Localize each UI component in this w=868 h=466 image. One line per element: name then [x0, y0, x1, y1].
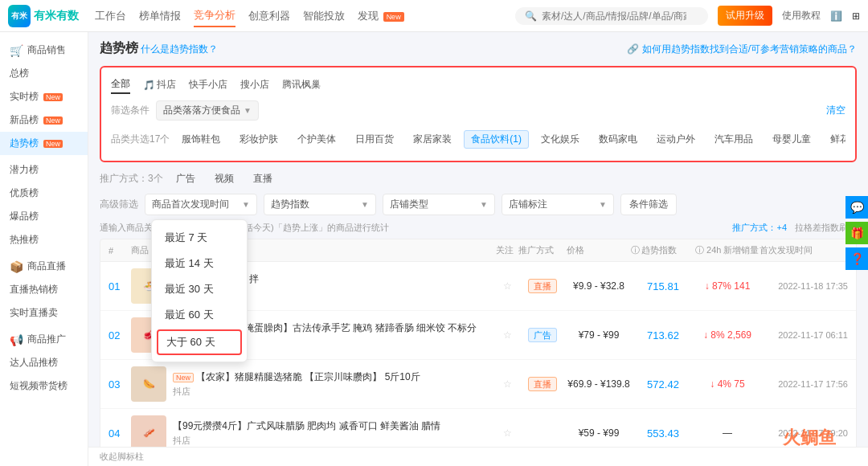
top-hint[interactable]: 🔗 如何用趋势指数找到合适/可参考营销策略的商品？	[627, 43, 857, 56]
grid-icon[interactable]: ⊞	[852, 10, 860, 22]
sidebar-item-hotpush[interactable]: 热推榜	[0, 228, 88, 251]
adv-trend-select[interactable]: 趋势指数 ▼	[264, 194, 376, 215]
float-btn-1[interactable]: 💬	[845, 196, 868, 219]
bookmark-01[interactable]: ☆	[496, 280, 518, 292]
promo-row: 推广方式：3个 广告 视频 直播	[100, 170, 857, 187]
sidebar-label-general: 总榜	[10, 67, 29, 80]
product-img-04: 🥓	[131, 415, 166, 451]
cat-baby[interactable]: 母婴儿童	[765, 130, 818, 149]
shop-type-value: 店铺类型	[390, 198, 428, 211]
upgrade-button[interactable]: 试用升级	[718, 6, 772, 26]
adv-shop-type[interactable]: 店铺类型 ▼	[383, 194, 495, 215]
filter-clear-btn[interactable]: 清空	[826, 104, 845, 117]
top-right-area: 🔍 试用升级 使用教程 ℹ️ ⊞	[515, 6, 860, 26]
trend-01: 715.81	[631, 280, 695, 292]
header-promo: 推广方式	[518, 244, 567, 256]
cat-shoes[interactable]: 服饰鞋包	[174, 130, 227, 149]
sidebar-item-realbroadcast[interactable]: 实时直播卖	[0, 301, 88, 325]
header-growth: ⓘ 24h 新增销量	[695, 244, 760, 256]
platform-tab-kuaishou[interactable]: 快手小店	[189, 76, 227, 93]
cat-culture[interactable]: 文化娱乐	[534, 130, 587, 149]
dropdown-item-30[interactable]: 最近 30 天	[152, 276, 247, 302]
sidebar-label-products: 商品销售	[27, 43, 66, 57]
promo-ad[interactable]: 广告	[170, 170, 202, 187]
tutorial-button[interactable]: 使用教程	[782, 9, 821, 22]
time-02: 2022-11-17 06:11	[760, 330, 848, 340]
sidebar-label-kol: 达人品推榜	[10, 356, 58, 370]
dropdown-item-14[interactable]: 最近 14 天	[152, 251, 247, 276]
sidebar-label-broadcast: 直播热销榜	[10, 283, 58, 296]
nav-discover[interactable]: 发现 New	[358, 6, 404, 27]
bookmark-04[interactable]: ☆	[496, 427, 518, 439]
sidebar-item-video[interactable]: 短视频带货榜	[0, 374, 88, 398]
promo-02: 广告	[518, 329, 567, 341]
sidebar-section-broadcast: 📦 商品直播 直播热销榜 实时直播卖	[0, 255, 88, 325]
time-select-arrow-icon: ▼	[242, 200, 250, 209]
info-icon-growth: ⓘ	[695, 245, 704, 255]
platform-tab-douyin[interactable]: 🎵 抖店	[143, 76, 176, 93]
sidebar-item-newproduct[interactable]: 新品榜 New	[0, 108, 88, 132]
platform-tab-pinxiaodian[interactable]: 搜小店	[240, 76, 269, 93]
sidebar-item-quality[interactable]: 优质榜	[0, 182, 88, 205]
sidebar-item-kol[interactable]: 达人品推榜	[0, 351, 88, 374]
promo-video[interactable]: 视频	[208, 170, 240, 187]
nav-creative[interactable]: 创意利器	[248, 6, 290, 27]
table-row: 03 🌭 New【农家】猪腿精腿选猪脆 【正宗川味臜肉】 5斤10斤 抖店 ☆ …	[100, 360, 856, 409]
sidebar-item-realtime[interactable]: 实时榜 New	[0, 85, 88, 108]
sidebar-item-broadcast[interactable]: 直播热销榜	[0, 278, 88, 301]
cat-care[interactable]: 个护美体	[290, 130, 343, 149]
growth-01: ↓ 87% 141	[695, 280, 760, 292]
dropdown-item-60plus[interactable]: 大于 60 天	[157, 329, 242, 355]
adv-time-select[interactable]: 商品首次发现时间 ▼	[145, 194, 257, 215]
promo-filter-btn[interactable]: 推广方式：+4	[732, 222, 787, 234]
promo-tag-01: 直播	[528, 279, 557, 293]
dropdown-item-7[interactable]: 最近 7 天	[152, 225, 247, 251]
float-btn-2[interactable]: 🎁	[845, 222, 868, 244]
sidebar-item-trend[interactable]: 趋势榜 New	[0, 132, 88, 155]
filter-select-category[interactable]: 品类落落方便食品 ▼	[156, 100, 259, 121]
trend-badge: New	[43, 140, 63, 148]
promo-label: 推广方式：3个	[100, 172, 163, 186]
sidebar-section-products: 🛒 商品销售 总榜 实时榜 New 新品榜 New 趋势榜 New	[0, 39, 88, 155]
right-float-panel: 💬 🎁 ❓	[845, 196, 868, 270]
sidebar-label-hotpush: 热推榜	[10, 233, 39, 247]
top-navigation: 有米 有米有数 工作台 榜单情报 竞争分析 创意利器 智能投放 发现 New 🔍…	[0, 0, 868, 32]
cat-home[interactable]: 家居家装	[406, 130, 459, 149]
search-icon: 🔍	[525, 10, 537, 22]
time-01: 2022-11-18 17:35	[760, 281, 848, 291]
cat-appliance[interactable]: 数码家电	[592, 130, 645, 149]
bookmark-02[interactable]: ☆	[496, 329, 518, 341]
search-input[interactable]	[542, 10, 686, 22]
search-bar[interactable]: 🔍	[515, 7, 708, 25]
bottom-label[interactable]: 收起脚标柱	[100, 451, 144, 463]
rank-02: 02	[108, 329, 131, 341]
platform-tab-tencent[interactable]: 腾讯枫巢	[282, 76, 321, 93]
dropdown-item-60[interactable]: 最近 60 天	[152, 302, 247, 328]
promo-live[interactable]: 直播	[247, 170, 279, 187]
cat-car[interactable]: 汽车用品	[707, 130, 760, 149]
cat-flower[interactable]: 鲜花园艺	[823, 130, 845, 149]
trend-02: 713.62	[631, 329, 695, 341]
float-btn-3[interactable]: ❓	[845, 247, 868, 270]
page-subtitle-link[interactable]: 什么是趋势指数？	[141, 43, 218, 56]
discover-badge: New	[383, 12, 404, 22]
cat-beauty[interactable]: 彩妆护肤	[232, 130, 285, 149]
adv-shop-note[interactable]: 店铺标注 ▼	[502, 194, 614, 215]
cat-outdoor[interactable]: 运动户外	[649, 130, 702, 149]
nav-smart[interactable]: 智能投放	[303, 6, 345, 27]
sidebar-item-potential[interactable]: 潜力榜	[0, 158, 88, 182]
nav-workbench[interactable]: 工作台	[95, 6, 126, 27]
nav-product[interactable]: 榜单情报	[139, 6, 181, 27]
new-tag-03: New	[173, 373, 194, 382]
platform-tab-all[interactable]: 全部	[111, 76, 130, 94]
cat-daily[interactable]: 日用百货	[348, 130, 401, 149]
sidebar-item-explosion[interactable]: 爆品榜	[0, 205, 88, 228]
bookmark-03[interactable]: ☆	[496, 378, 518, 390]
sidebar-item-general[interactable]: 总榜	[0, 62, 88, 85]
nav-compete[interactable]: 竞争分析	[194, 5, 235, 27]
adv-condition-btn[interactable]: 条件筛选	[620, 194, 677, 215]
cat-food[interactable]: 食品饮料(1)	[464, 130, 529, 149]
info-icon[interactable]: ℹ️	[830, 10, 842, 22]
price-02: ¥79 - ¥99	[567, 329, 631, 341]
nav-tabs: 工作台 榜单情报 竞争分析 创意利器 智能投放 发现 New	[95, 5, 404, 27]
